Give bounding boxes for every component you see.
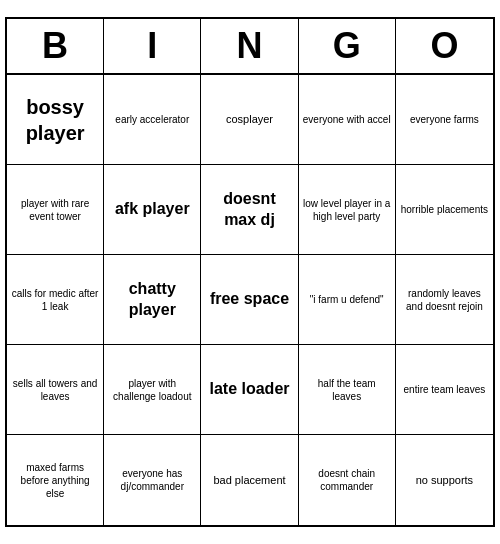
bingo-cell-24: no supports bbox=[396, 435, 493, 525]
bingo-letter-o: O bbox=[396, 19, 493, 73]
bingo-cell-4: everyone farms bbox=[396, 75, 493, 165]
bingo-cell-10: calls for medic after 1 leak bbox=[7, 255, 104, 345]
bingo-cell-9: horrible placements bbox=[396, 165, 493, 255]
bingo-cell-5: player with rare event tower bbox=[7, 165, 104, 255]
bingo-grid: bossy playerearly acceleratorcosplayerev… bbox=[7, 75, 493, 525]
bingo-cell-17: late loader bbox=[201, 345, 298, 435]
bingo-cell-18: half the team leaves bbox=[299, 345, 396, 435]
bingo-cell-3: everyone with accel bbox=[299, 75, 396, 165]
bingo-letter-b: B bbox=[7, 19, 104, 73]
bingo-card: BINGO bossy playerearly acceleratorcospl… bbox=[5, 17, 495, 527]
bingo-cell-20: maxed farms before anything else bbox=[7, 435, 104, 525]
bingo-cell-11: chatty player bbox=[104, 255, 201, 345]
bingo-cell-15: sells all towers and leaves bbox=[7, 345, 104, 435]
bingo-cell-13: "i farm u defend" bbox=[299, 255, 396, 345]
bingo-cell-12: free space bbox=[201, 255, 298, 345]
bingo-letter-g: G bbox=[299, 19, 396, 73]
bingo-cell-6: afk player bbox=[104, 165, 201, 255]
bingo-cell-8: low level player in a high level party bbox=[299, 165, 396, 255]
bingo-letter-i: I bbox=[104, 19, 201, 73]
bingo-cell-1: early accelerator bbox=[104, 75, 201, 165]
bingo-cell-22: bad placement bbox=[201, 435, 298, 525]
bingo-cell-19: entire team leaves bbox=[396, 345, 493, 435]
bingo-cell-14: randomly leaves and doesnt rejoin bbox=[396, 255, 493, 345]
bingo-cell-16: player with challenge loadout bbox=[104, 345, 201, 435]
bingo-cell-21: everyone has dj/commander bbox=[104, 435, 201, 525]
bingo-letter-n: N bbox=[201, 19, 298, 73]
bingo-cell-0: bossy player bbox=[7, 75, 104, 165]
bingo-cell-23: doesnt chain commander bbox=[299, 435, 396, 525]
bingo-cell-2: cosplayer bbox=[201, 75, 298, 165]
bingo-header: BINGO bbox=[7, 19, 493, 75]
bingo-cell-7: doesnt max dj bbox=[201, 165, 298, 255]
